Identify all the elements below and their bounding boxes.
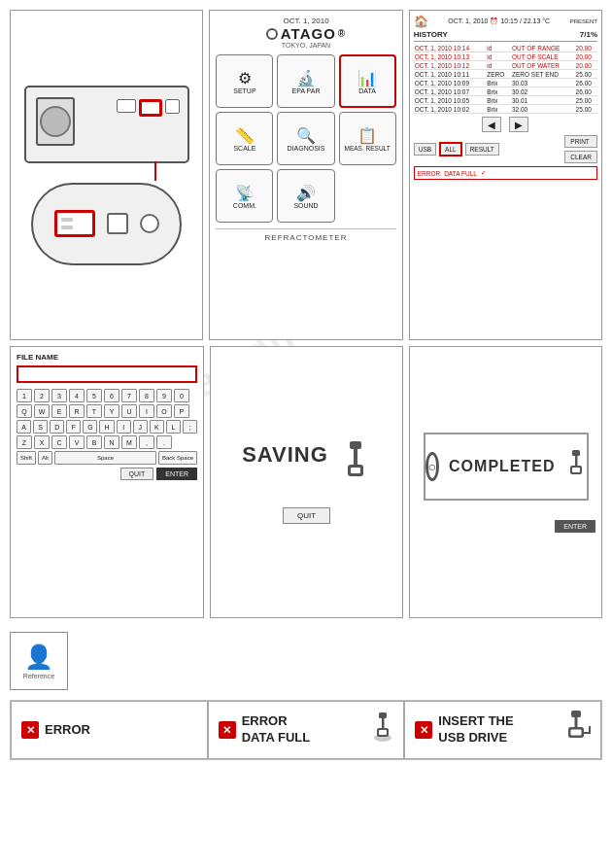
kb-key-s[interactable]: S <box>33 420 48 434</box>
hist-clear-btn[interactable]: CLEAR <box>564 151 597 163</box>
row-type: ZERO <box>486 70 511 79</box>
kb-key-2[interactable]: 2 <box>34 389 50 402</box>
diag-icon: 🔍 <box>296 126 316 145</box>
completed-enter-row: ENTER <box>416 520 595 533</box>
kb-row-qwerty: Q W E R T Y U I O P <box>17 404 197 418</box>
kb-key-semi[interactable]: L <box>166 420 181 434</box>
svg-rect-16 <box>571 729 582 735</box>
error-x-1: ✕ <box>21 721 39 739</box>
kb-key-4[interactable]: 4 <box>69 389 85 402</box>
error-bar: ✕ ERROR ✕ ERRORDATA FULL <box>10 700 602 760</box>
kb-key-1[interactable]: 1 <box>17 389 32 402</box>
menu-item-epa-par[interactable]: 🔬 EPA PAR <box>277 54 334 108</box>
kb-key-m[interactable]: M <box>121 435 137 449</box>
kb-key-z[interactable]: Z <box>17 435 32 449</box>
kb-key-8[interactable]: 8 <box>139 389 154 402</box>
menu-item-sound[interactable]: 🔊 SOUND <box>277 169 334 223</box>
kb-key-v[interactable]: V <box>69 435 85 449</box>
kb-key-p[interactable]: P <box>174 404 189 418</box>
kb-key-6[interactable]: 6 <box>104 389 119 402</box>
kb-key-c[interactable]: C <box>51 435 67 449</box>
hist-nav-prev[interactable]: ◀ <box>482 117 501 132</box>
hist-right-btns: PRINT CLEAR <box>564 135 597 163</box>
menu-item-data[interactable]: 📊 DATA <box>339 54 396 108</box>
hist-nav-next[interactable]: ▶ <box>509 117 528 132</box>
menu-item-diagnosis[interactable]: 🔍 DIAGNOSIS <box>277 112 334 165</box>
hist-time: ⏰ <box>490 17 500 24</box>
kb-key-h[interactable]: H <box>99 420 114 434</box>
kb-key-y[interactable]: Y <box>104 404 119 418</box>
meas-label: MEAS. RESULT <box>345 145 391 152</box>
kb-key-d[interactable]: D <box>50 420 64 434</box>
hist-error-row: ERROR DATA FULL ✓ <box>414 166 597 180</box>
kb-shift[interactable]: Shift <box>17 451 36 465</box>
hist-buttons: USB ALL RESULT PRINT CLEAR <box>414 135 597 163</box>
kb-key-t[interactable]: T <box>86 404 102 418</box>
keyboard: 1 2 3 4 5 6 7 8 9 0 Q W E R T <box>17 389 197 465</box>
kb-key-0[interactable]: 0 <box>174 389 189 402</box>
kb-key-u[interactable]: U <box>121 404 137 418</box>
row-date: OCT. 1, 2010 10:07 <box>414 87 487 96</box>
table-row: OCT. 1, 2010 10:11 ZERO ZERO SET END 25.… <box>414 70 597 79</box>
row-val1: 32.00 <box>511 105 575 114</box>
usb-pin-1 <box>61 218 73 222</box>
row-val1: 30.01 <box>511 96 575 105</box>
kb-key-a[interactable]: A <box>17 420 31 434</box>
saving-text: SAVING <box>242 442 328 468</box>
completed-circle-icon: ○ <box>425 452 440 481</box>
row-val: 20.00 <box>575 61 597 70</box>
atago-logo: ATAGO ® <box>216 25 395 42</box>
hist-title: HISTORY <box>414 30 448 39</box>
filename-input-box[interactable] <box>17 365 197 383</box>
hist-btn-result[interactable]: RESULT <box>465 143 499 156</box>
kb-key-f[interactable]: F <box>66 420 81 434</box>
menu-item-meas[interactable]: 📋 MEAS. RESULT <box>339 112 396 165</box>
kb-backspace[interactable]: Back Space <box>158 451 197 465</box>
kb-key-comma[interactable]: , <box>139 435 154 449</box>
kb-key-k[interactable]: J <box>133 420 148 434</box>
kb-key-r[interactable]: R <box>69 404 85 418</box>
row-status: OUT OF SCALE <box>511 52 575 61</box>
reference-section: 👤 Reference <box>10 628 602 694</box>
kb-key-g[interactable]: G <box>83 420 97 434</box>
kb-key-x[interactable]: X <box>34 435 50 449</box>
menu-item-setup[interactable]: ⚙ SETUP <box>216 54 273 108</box>
kb-key-w[interactable]: W <box>34 404 50 418</box>
kb-quit-button[interactable]: QUIT <box>120 468 154 480</box>
hist-print-btn[interactable]: PRINT <box>564 135 597 148</box>
hist-checkmark[interactable]: ✓ <box>481 169 487 177</box>
kb-enter-button[interactable]: ENTER <box>156 468 197 480</box>
kb-row-func: Shift Alt Space Back Space <box>17 451 197 465</box>
kb-key-i[interactable]: I <box>139 404 154 418</box>
panel-completed: ○ COMPLETED ENTER <box>409 346 602 618</box>
saving-content: SAVING <box>242 441 371 488</box>
hist-home-icon[interactable]: 🏠 <box>414 15 428 28</box>
kb-key-3[interactable]: 3 <box>51 389 67 402</box>
svg-rect-9 <box>379 712 387 718</box>
kb-key-5[interactable]: 5 <box>86 389 102 402</box>
kb-key-j[interactable]: I <box>117 420 131 434</box>
kb-key-b[interactable]: B <box>86 435 102 449</box>
kb-key-9[interactable]: 9 <box>156 389 172 402</box>
kb-alt[interactable]: Alt <box>38 451 52 465</box>
kb-key-7[interactable]: 7 <box>121 389 137 402</box>
kb-key-semi2[interactable]: ; <box>183 420 197 434</box>
menu-item-scale[interactable]: 📏 SCALE <box>216 112 273 165</box>
hist-btn-usb[interactable]: USB <box>414 143 436 156</box>
atago-logo-circle <box>266 28 278 40</box>
kb-row-asdf: A S D F G H I J K L ; <box>17 420 197 434</box>
kb-key-o[interactable]: O <box>156 404 172 418</box>
kb-key-period[interactable]: . <box>156 435 172 449</box>
kb-space[interactable]: Space <box>54 451 156 465</box>
error-label-1: ERROR <box>45 722 90 739</box>
kb-key-n[interactable]: N <box>104 435 119 449</box>
kb-key-l[interactable]: K <box>150 420 164 434</box>
kb-key-e[interactable]: E <box>51 404 67 418</box>
kb-key-q[interactable]: Q <box>17 404 32 418</box>
hist-btn-all[interactable]: ALL <box>439 142 462 156</box>
saving-quit-button[interactable]: QUIT <box>283 507 330 524</box>
row-date: OCT. 1, 2010 10:12 <box>414 61 487 70</box>
fan-circle <box>40 106 71 137</box>
completed-enter-button[interactable]: ENTER <box>555 520 595 533</box>
menu-item-comm[interactable]: 📡 COMM. <box>216 169 273 223</box>
